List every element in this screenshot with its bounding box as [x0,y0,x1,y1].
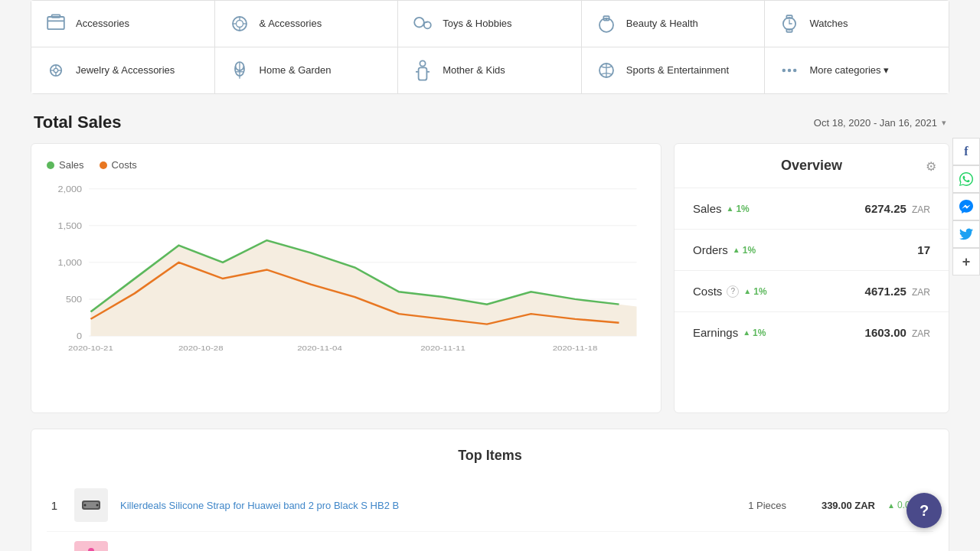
svg-rect-27 [419,67,427,80]
item-image-1 [74,488,108,522]
total-sales-section: Total Sales Oct 18, 2020 - Jan 16, 2021 … [31,112,949,413]
overview-earnings-value: 1603.00 ZAR [865,326,930,339]
top-items-section: Top Items 1 Killerdeals Silicone Strap f… [31,429,949,551]
help-button[interactable]: ? [906,493,942,528]
legend-costs: Costs [100,159,137,171]
category-mother-kids-label: Mother & Kids [443,64,505,77]
overview-costs-text: Costs [693,285,722,298]
overview-header: Overview ⚙ [675,144,949,188]
sales-chart: 2,000 1,500 1,000 500 0 [47,183,645,374]
item-image-2 [74,541,108,551]
overview-costs-label: Costs ? ▲ 1% [693,285,767,298]
overview-panel: Overview ⚙ Sales ▲ 1% 6274.25 ZAR [674,143,949,413]
overview-costs-value: 4671.25 ZAR [865,285,930,298]
category-home-garden-label: Home & Garden [260,64,332,77]
chart-area: 2,000 1,500 1,000 500 0 [47,183,645,397]
svg-text:2020-11-18: 2020-11-18 [553,344,598,352]
svg-point-34 [788,69,792,73]
category-jewelry-label: Jewelry & Accessories [76,64,175,77]
whatsapp-button[interactable] [952,165,980,193]
category-accessories[interactable]: Accessories [31,1,215,47]
svg-point-54 [84,504,87,507]
category-jewelry[interactable]: Jewelry & Accessories [31,47,215,93]
svg-text:2020-10-21: 2020-10-21 [68,344,113,352]
chart-legend: Sales Costs [47,159,645,171]
category-jewelry-top-label: & Accessories [260,18,322,31]
total-sales-title: Total Sales [34,112,122,132]
item-price-1: 339.00 ZAR [799,500,875,511]
overview-earnings-currency: ZAR [912,328,930,339]
date-range-selector[interactable]: Oct 18, 2020 - Jan 16, 2021 ▾ [814,117,946,129]
svg-text:2,000: 2,000 [57,184,82,194]
twitter-button[interactable] [952,220,980,248]
category-beauty-label: Beauty & Health [626,18,698,31]
gear-icon[interactable]: ⚙ [926,158,936,173]
svg-point-19 [54,68,57,72]
legend-costs-label: Costs [112,159,137,171]
category-sports[interactable]: Sports & Entertainment [582,47,766,93]
legend-costs-dot [100,161,107,169]
trend-up-icon-item1: ▲ [887,501,895,510]
category-mother-kids[interactable]: Mother & Kids [398,47,582,93]
sales-content: Sales Costs 2,000 1,500 1,000 500 0 [31,143,949,413]
help-icon-costs[interactable]: ? [727,285,739,298]
category-jewelry-top[interactable]: & Accessories [215,1,399,47]
category-home-garden[interactable]: Home & Garden [215,47,399,93]
overview-orders-trend: ▲ 1% [733,245,756,256]
overview-sales-trend-value: 1% [736,204,749,214]
category-watches[interactable]: Watches [765,1,949,47]
overview-earnings-text: Earnings [693,326,738,339]
overview-orders-trend-value: 1% [743,245,756,256]
category-beauty[interactable]: Beauty & Health [582,1,766,47]
svg-point-55 [96,504,99,507]
table-row: 1 Killerdeals Silicone Strap for Huawei … [47,479,933,532]
top-items-title: Top Items [47,448,933,464]
category-toys[interactable]: Toys & Hobbies [398,1,582,47]
trend-up-icon-costs: ▲ [743,287,751,295]
overview-sales-currency: ZAR [912,204,930,215]
category-accessories-label: Accessories [76,18,129,31]
overview-row-sales: Sales ▲ 1% 6274.25 ZAR [675,188,949,230]
overview-sales-trend: ▲ 1% [727,204,750,214]
svg-text:1,000: 1,000 [57,258,82,267]
overview-earnings-trend-value: 1% [753,328,766,338]
overview-sales-label: Sales ▲ 1% [693,202,750,215]
category-more[interactable]: More categories ▾ [765,47,949,93]
social-sidebar: f + [952,138,980,276]
trend-up-icon-earnings: ▲ [743,328,750,337]
svg-text:1,500: 1,500 [57,221,82,230]
overview-orders-label: Orders ▲ 1% [693,243,756,256]
svg-marker-46 [91,240,637,336]
overview-title: Overview [781,158,842,174]
item-rank-1: 1 [47,499,62,512]
overview-earnings-trend: ▲ 1% [743,328,766,338]
share-button[interactable]: + [952,248,980,276]
category-more-label: More categories ▾ [809,64,889,77]
overview-orders-text: Orders [693,243,728,256]
trend-up-icon: ▲ [727,204,734,213]
legend-sales: Sales [47,159,84,171]
svg-point-9 [414,18,424,28]
overview-row-orders: Orders ▲ 1% 17 [675,230,949,271]
messenger-button[interactable] [952,193,980,220]
overview-costs-amount: 4671.25 [865,285,906,298]
overview-costs-trend-value: 1% [753,286,766,297]
overview-costs-currency: ZAR [912,287,930,298]
overview-orders-value: 17 [917,243,930,256]
table-row: 2 Oh Em Gee G Spot Vibrator [47,532,933,551]
facebook-button[interactable]: f [952,138,980,165]
overview-orders-amount: 17 [917,243,930,256]
category-sports-label: Sports & Entertainment [626,64,729,77]
svg-text:500: 500 [66,295,83,304]
help-button-label: ? [920,502,929,520]
svg-text:2020-11-04: 2020-11-04 [297,344,342,352]
svg-text:2020-10-28: 2020-10-28 [178,344,224,352]
overview-row-costs: Costs ? ▲ 1% 4671.25 ZAR [675,271,949,312]
svg-text:0: 0 [77,331,83,341]
svg-point-33 [782,69,786,73]
overview-earnings-amount: 1603.00 [865,326,906,339]
item-name-1[interactable]: Killerdeals Silicone Strap for Huawei ba… [120,500,713,511]
category-toys-label: Toys & Hobbies [443,18,511,31]
overview-earnings-label: Earnings ▲ 1% [693,326,766,339]
svg-point-57 [88,548,94,551]
